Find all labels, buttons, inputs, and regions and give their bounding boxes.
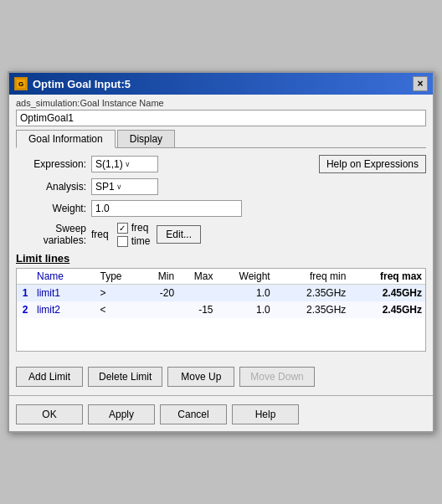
- edit-button[interactable]: Edit...: [157, 225, 201, 244]
- tab-content: Expression: S(1,1) ∨ Help on Expressions…: [9, 148, 433, 362]
- row-num: 1: [17, 285, 33, 302]
- analysis-control: SP1 ∨: [91, 178, 426, 195]
- analysis-value: SP1: [95, 181, 115, 193]
- row-name: limit1: [33, 285, 97, 302]
- help-button[interactable]: Help: [232, 404, 299, 424]
- analysis-label: Analysis:: [16, 181, 91, 193]
- row-max: [177, 285, 216, 302]
- limit-table-container: Name Type Min Max Weight freq min freq m…: [16, 268, 426, 352]
- expression-select[interactable]: S(1,1) ∨: [91, 156, 158, 172]
- expression-value: S(1,1): [95, 158, 123, 170]
- limit-table-body: 1 limit1 > -20 1.0 2.35GHz 2.45GHz 2 lim…: [17, 285, 425, 319]
- title-bar: G Optim Goal Input:5 ×: [9, 73, 433, 95]
- dialog-title: Optim Goal Input:5: [33, 78, 131, 90]
- apply-button[interactable]: Apply: [88, 404, 155, 424]
- row-min: [140, 301, 177, 318]
- freq-checkbox-row: ✓ freq: [117, 222, 151, 234]
- dialog-window: G Optim Goal Input:5 × ads_simulation:Go…: [8, 71, 434, 433]
- expression-row: Expression: S(1,1) ∨ Help on Expressions: [16, 155, 426, 173]
- freq-checkbox[interactable]: ✓: [117, 223, 128, 234]
- weight-label: Weight:: [16, 203, 91, 214]
- time-label: time: [131, 235, 151, 247]
- freq-label: freq: [131, 222, 149, 234]
- analysis-arrow: ∨: [116, 183, 122, 191]
- expression-control: S(1,1) ∨ Help on Expressions: [91, 155, 426, 173]
- delete-limit-button[interactable]: Delete Limit: [88, 367, 162, 387]
- col-header-freqmin: freq min: [274, 269, 350, 285]
- col-header-max: Max: [177, 269, 216, 285]
- sweep-row: Sweepvariables: freq ✓ freq time Edit...: [16, 222, 426, 247]
- tab-goal-information[interactable]: Goal Information: [16, 130, 116, 148]
- row-weight: 1.0: [217, 301, 274, 318]
- row-max: -15: [177, 301, 216, 318]
- ok-button[interactable]: OK: [16, 404, 83, 424]
- analysis-row: Analysis: SP1 ∨: [16, 178, 426, 195]
- row-freqmax: 2.45GHz: [349, 301, 425, 318]
- move-up-button[interactable]: Move Up: [167, 367, 234, 387]
- expression-label: Expression:: [16, 158, 91, 170]
- table-row[interactable]: 1 limit1 > -20 1.0 2.35GHz 2.45GHz: [17, 285, 425, 302]
- sweep-value: freq: [91, 229, 109, 240]
- row-freqmax: 2.45GHz: [349, 285, 425, 302]
- table-row[interactable]: 2 limit2 < -15 1.0 2.35GHz 2.45GHz: [17, 301, 425, 318]
- row-min: -20: [140, 285, 177, 302]
- close-button[interactable]: ×: [413, 76, 428, 91]
- limit-section-title: Limit lines: [16, 252, 426, 265]
- weight-row: Weight:: [16, 200, 426, 217]
- col-header-name: Name: [33, 269, 97, 285]
- tab-display[interactable]: Display: [117, 130, 175, 147]
- limit-section: Limit lines Name Type Min Max Weight fre…: [16, 252, 426, 352]
- limit-header-row: Name Type Min Max Weight freq min freq m…: [17, 269, 425, 285]
- col-header-weight: Weight: [217, 269, 274, 285]
- row-name: limit2: [33, 301, 97, 318]
- add-limit-button[interactable]: Add Limit: [16, 367, 83, 387]
- cancel-button[interactable]: Cancel: [160, 404, 227, 424]
- row-type: <: [97, 301, 140, 318]
- bottom-buttons: Add Limit Delete Limit Move Up Move Down: [9, 362, 433, 392]
- footer-buttons: OK Apply Cancel Help: [9, 399, 433, 431]
- title-bar-left: G Optim Goal Input:5: [14, 77, 131, 90]
- weight-control: [91, 200, 426, 217]
- time-checkbox[interactable]: [117, 236, 128, 247]
- row-num: 2: [17, 301, 33, 318]
- row-type: >: [97, 285, 140, 302]
- help-expressions-button[interactable]: Help on Expressions: [319, 155, 426, 173]
- time-checkbox-row: time: [117, 235, 151, 247]
- row-freqmin: 2.35GHz: [274, 285, 350, 302]
- sweep-checkboxes: ✓ freq time: [117, 222, 151, 247]
- move-down-button[interactable]: Move Down: [239, 367, 314, 387]
- instance-input[interactable]: [16, 110, 426, 126]
- divider: [9, 395, 433, 396]
- svg-text:G: G: [18, 80, 23, 88]
- limit-table: Name Type Min Max Weight freq min freq m…: [17, 269, 425, 318]
- col-header-type: Type: [97, 269, 140, 285]
- dialog-icon: G: [14, 77, 28, 90]
- tabs-container: Goal Information Display: [16, 130, 426, 148]
- row-weight: 1.0: [217, 285, 274, 302]
- col-header-min: Min: [140, 269, 177, 285]
- row-freqmin: 2.35GHz: [274, 301, 350, 318]
- col-header-freqmax: freq max: [349, 269, 425, 285]
- expression-arrow: ∨: [125, 160, 131, 168]
- analysis-select[interactable]: SP1 ∨: [91, 178, 158, 195]
- instance-label: ads_simulation:Goal Instance Name: [9, 95, 433, 110]
- sweep-label: Sweepvariables:: [16, 223, 91, 246]
- col-header-num: [17, 269, 33, 285]
- weight-input[interactable]: [91, 200, 242, 217]
